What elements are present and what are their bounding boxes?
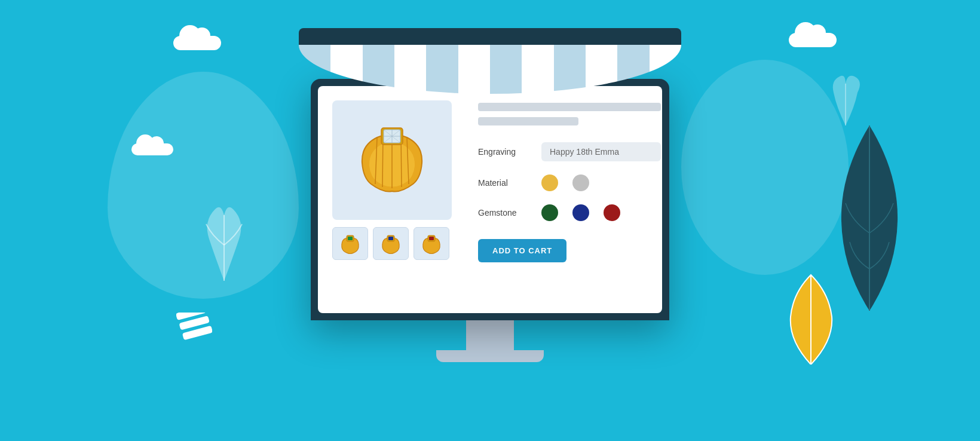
stripe-11 (617, 45, 649, 94)
thumbnail-3[interactable] (414, 227, 449, 260)
thumbnail-1[interactable] (332, 227, 368, 260)
monitor-stand-neck (466, 320, 514, 350)
stripe-12 (650, 45, 681, 94)
material-label: Material (478, 178, 532, 188)
product-thumbnails (332, 227, 464, 260)
gemstone-label: Gemstone (478, 208, 532, 218)
engraving-label: Engraving (478, 147, 532, 157)
bracelet-svg (344, 112, 440, 208)
main-product-image (332, 100, 452, 220)
stripe-4 (394, 45, 426, 94)
mcp-icon (176, 313, 212, 345)
stripe-7 (490, 45, 522, 94)
stripe-2 (330, 45, 362, 94)
material-swatch-gold[interactable] (541, 174, 558, 191)
title-bar-short (478, 117, 578, 125)
gemstone-swatch-ruby[interactable] (604, 204, 620, 221)
stripe-1 (299, 45, 330, 94)
product-images (332, 100, 464, 299)
gemstone-row: Gemstone (478, 204, 661, 221)
stripe-6 (458, 45, 490, 94)
title-bar-long (478, 103, 661, 111)
material-row: Material (478, 174, 661, 191)
awning-top (299, 28, 681, 45)
stripe-10 (586, 45, 617, 94)
monitor-stand-base (436, 350, 544, 362)
monitor-wrapper: Engraving Material Gemstone ADD (311, 79, 669, 362)
awning (299, 28, 681, 94)
product-details: Engraving Material Gemstone ADD (478, 100, 661, 299)
thumb-svg-1 (337, 231, 363, 257)
thumb-svg-3 (418, 231, 445, 257)
svg-rect-21 (388, 237, 393, 240)
cloud-mid-left (131, 143, 173, 155)
engraving-row: Engraving (478, 142, 661, 161)
stripe-8 (522, 45, 553, 94)
plant-left (197, 197, 251, 281)
svg-rect-23 (429, 237, 434, 240)
add-to-cart-button[interactable]: ADD TO CART (478, 239, 566, 262)
cloud-top-right (789, 33, 837, 47)
thumb-svg-2 (378, 231, 404, 257)
bg-blob-right (681, 60, 849, 275)
thumbnail-2[interactable] (373, 227, 409, 260)
leaf-dark-right (837, 114, 902, 311)
gemstone-swatch-emerald[interactable] (541, 204, 558, 221)
product-screen: Engraving Material Gemstone ADD (318, 86, 662, 313)
monitor: Engraving Material Gemstone ADD (311, 79, 669, 320)
stripe-3 (363, 45, 394, 94)
svg-rect-19 (348, 237, 353, 240)
cloud-top-left (173, 36, 221, 50)
gemstone-swatch-sapphire[interactable] (572, 204, 589, 221)
engraving-input[interactable] (541, 142, 661, 161)
stripe-5 (426, 45, 458, 94)
awning-stripes (299, 45, 681, 94)
material-swatch-silver[interactable] (572, 174, 589, 191)
leaf-yellow-right (786, 269, 837, 365)
stripe-9 (554, 45, 586, 94)
